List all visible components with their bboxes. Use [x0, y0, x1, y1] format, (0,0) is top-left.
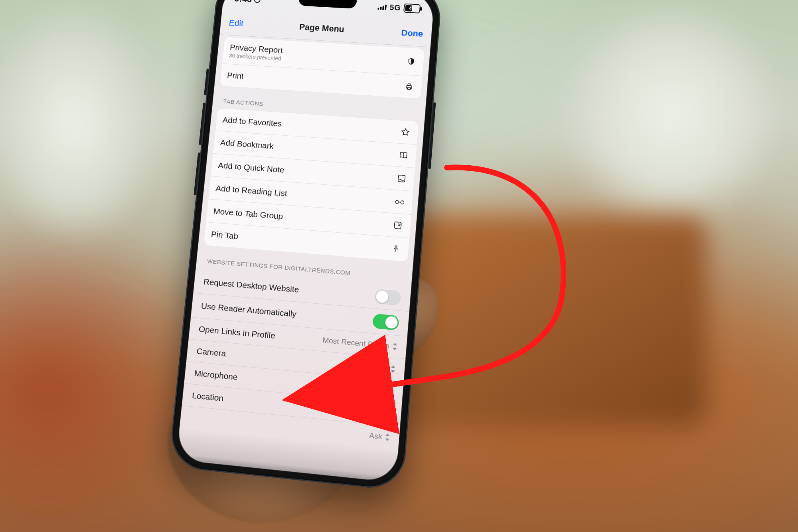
network-label: 5G	[389, 3, 401, 12]
add-readinglist-label: Add to Reading List	[215, 184, 288, 198]
sheet-title: Page Menu	[299, 22, 345, 34]
open-links-value: Most Recent Profile	[322, 336, 390, 351]
iphone: 3:48 5G 45 Edit Page Menu Done	[168, 0, 442, 491]
svg-point-5	[401, 201, 404, 204]
use-reader-label: Use Reader Automatically	[201, 301, 297, 319]
done-button[interactable]: Done	[401, 28, 424, 39]
tab-actions-group: Add to Favorites Add Bookmark	[203, 108, 419, 262]
svg-rect-1	[408, 84, 411, 86]
cell-signal-icon	[378, 4, 387, 10]
site-settings-group: Request Desktop Website Use Reader Autom…	[179, 269, 411, 450]
location-picker[interactable]: Ask	[371, 408, 392, 419]
edit-button[interactable]: Edit	[229, 18, 244, 29]
book-icon	[398, 150, 409, 160]
printer-icon	[403, 81, 415, 92]
add-bookmark-label: Add Bookmark	[220, 138, 274, 151]
glasses-icon	[394, 196, 405, 208]
updown-chevron-icon	[387, 411, 392, 419]
tabgroup-icon	[392, 220, 403, 231]
svg-rect-2	[407, 87, 411, 90]
shield-icon	[406, 56, 417, 67]
camera-picker[interactable]: Ask	[374, 363, 395, 374]
location-label: Location	[192, 390, 224, 403]
dynamic-island	[298, 0, 358, 9]
microphone-label: Microphone	[194, 368, 238, 382]
status-time: 3:48	[234, 0, 252, 4]
battery-icon: 45	[403, 4, 421, 14]
pin-tab-label: Pin Tab	[211, 229, 239, 241]
add-favorites-label: Add to Favorites	[222, 115, 282, 129]
updown-chevron-icon	[389, 388, 394, 396]
move-tabgroup-label: Move to Tab Group	[213, 206, 284, 221]
quicknote-icon	[396, 173, 407, 184]
svg-rect-3	[398, 175, 405, 182]
request-desktop-label: Request Desktop Website	[203, 277, 299, 295]
pin-icon	[390, 243, 401, 255]
updown-chevron-icon	[385, 433, 390, 441]
extra-picker[interactable]: Ask	[369, 431, 390, 442]
microphone-picker[interactable]: Ask	[373, 386, 394, 397]
updown-chevron-icon	[391, 365, 395, 373]
print-label: Print	[227, 71, 244, 81]
svg-point-4	[395, 200, 399, 204]
star-icon	[400, 127, 411, 138]
add-quicknote-label: Add to Quick Note	[217, 160, 284, 174]
camera-label: Camera	[196, 346, 226, 358]
orientation-lock-icon	[254, 0, 261, 3]
use-reader-toggle[interactable]	[372, 314, 399, 330]
open-links-label: Open Links in Profile	[198, 324, 276, 340]
screen: 3:48 5G 45 Edit Page Menu Done	[176, 0, 435, 483]
open-links-picker[interactable]: Most Recent Profile	[322, 336, 397, 351]
request-desktop-toggle[interactable]	[374, 289, 401, 306]
updown-chevron-icon	[393, 343, 397, 350]
